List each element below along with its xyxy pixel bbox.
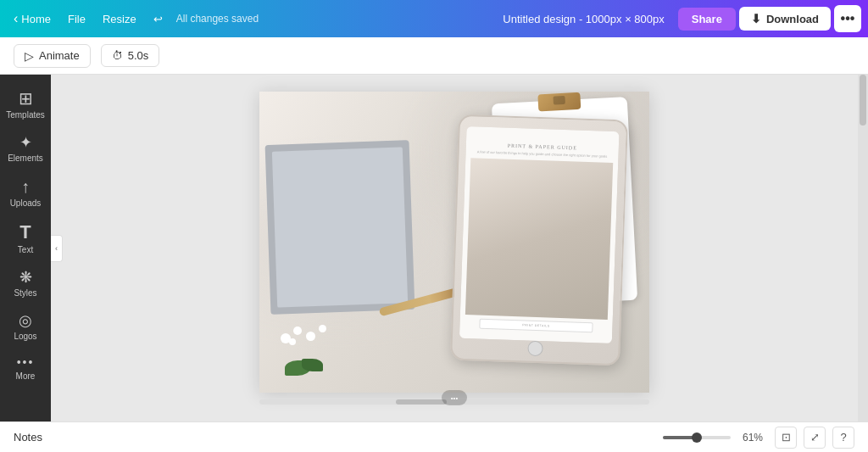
horizontal-scrollbar-thumb xyxy=(396,399,447,405)
fit-to-screen-button[interactable]: ⊡ xyxy=(775,427,797,449)
tablet-screen: PRINT & PAPER GUIDE A few of our favorit… xyxy=(459,126,620,343)
styles-label: Styles xyxy=(14,288,36,298)
tablet-content: PRINT & PAPER GUIDE A few of our favorit… xyxy=(459,126,620,343)
tablet-title: PRINT & PAPER GUIDE xyxy=(508,143,577,151)
sidebar-item-templates[interactable]: ⊞ Templates xyxy=(0,81,51,126)
chevron-left-icon: ‹ xyxy=(14,11,18,26)
header: ‹ Home File Resize ↩ All changes saved U… xyxy=(0,0,868,37)
sidebar-item-uploads[interactable]: ↑ Uploads xyxy=(0,170,51,215)
zoom-percentage: 61% xyxy=(737,432,768,444)
timer-button[interactable]: ⏱ 5.0s xyxy=(101,44,160,67)
help-button[interactable]: ? xyxy=(832,427,854,449)
fit-screen-icon: ⊡ xyxy=(782,431,791,444)
saved-status: All changes saved xyxy=(176,13,259,25)
flower2 xyxy=(293,326,302,335)
flower4 xyxy=(319,325,326,332)
text-label: Text xyxy=(18,245,33,254)
tablet-image-area xyxy=(465,158,613,320)
notebook-element xyxy=(265,140,415,315)
home-label: Home xyxy=(21,13,51,25)
more-options-button[interactable]: ••• xyxy=(834,5,861,32)
undo-button[interactable]: ↩ xyxy=(147,9,170,29)
more-label: More xyxy=(16,371,36,381)
sidebar-item-elements[interactable]: ✦ Elements xyxy=(0,126,51,170)
logos-icon: ◎ xyxy=(19,313,32,328)
back-home-button[interactable]: ‹ Home xyxy=(7,8,58,30)
sidebar-item-text[interactable]: T Text xyxy=(0,215,51,261)
tablet-device: PRINT & PAPER GUIDE A few of our favorit… xyxy=(450,114,628,366)
share-button[interactable]: Share xyxy=(678,8,736,31)
sidebar-item-styles[interactable]: ❋ Styles xyxy=(0,261,51,304)
uploads-icon: ↑ xyxy=(21,178,30,195)
more-icon: ••• xyxy=(841,11,855,26)
file-menu-button[interactable]: File xyxy=(61,9,92,29)
chevron-left-small-icon: ‹ xyxy=(55,244,58,253)
elements-icon: ✦ xyxy=(19,135,32,150)
collapse-sidebar-button[interactable]: ‹ xyxy=(51,235,63,262)
text-icon: T xyxy=(19,223,31,242)
undo-icon: ↩ xyxy=(153,13,163,25)
page-indicator: ••• xyxy=(442,390,467,405)
download-button[interactable]: ⬇ Download xyxy=(739,7,831,31)
resize-button[interactable]: Resize xyxy=(96,9,143,29)
sidebar-item-logos[interactable]: ◎ Logos xyxy=(0,304,51,348)
clipboard-clip-hole xyxy=(553,96,565,105)
resize-label: Resize xyxy=(103,13,136,25)
animate-label: Animate xyxy=(39,49,80,62)
main-area: ⊞ Templates ✦ Elements ↑ Uploads T Text … xyxy=(0,75,868,421)
fullscreen-button[interactable]: ⤢ xyxy=(804,427,826,449)
design-title: Untitled design - 1000px × 800px xyxy=(503,13,664,25)
uploads-label: Uploads xyxy=(10,198,42,208)
vertical-scrollbar-thumb xyxy=(860,75,866,126)
tablet-cta-button: PRINT DETAILS xyxy=(479,319,593,333)
animate-icon: ▷ xyxy=(25,49,34,63)
sidebar: ⊞ Templates ✦ Elements ↑ Uploads T Text … xyxy=(0,75,51,421)
sidebar-item-more[interactable]: ••• More xyxy=(0,348,51,388)
elements-label: Elements xyxy=(8,153,43,163)
logos-label: Logos xyxy=(14,332,36,341)
bottom-bar: Notes 61% ⊡ ⤢ ? xyxy=(0,421,868,452)
fullscreen-icon: ⤢ xyxy=(810,431,820,444)
timer-value: 5.0s xyxy=(128,49,149,62)
zoom-slider-thumb xyxy=(692,432,702,443)
animate-button[interactable]: ▷ Animate xyxy=(14,44,91,68)
download-icon: ⬇ xyxy=(751,12,761,25)
flowers-element xyxy=(276,325,344,376)
timer-icon: ⏱ xyxy=(112,49,123,62)
zoom-control: 61% xyxy=(663,432,768,444)
canvas-frame[interactable]: ⊡ ⊞ xyxy=(259,92,649,393)
zoom-slider[interactable] xyxy=(663,436,731,439)
tablet-btn-text: PRINT DETAILS xyxy=(522,323,549,327)
clipboard-clip xyxy=(537,92,581,112)
file-label: File xyxy=(68,13,86,25)
flower5 xyxy=(289,338,296,345)
styles-icon: ❋ xyxy=(19,270,32,285)
vertical-scrollbar[interactable] xyxy=(858,75,868,421)
leaf2 xyxy=(302,359,323,371)
more-icon: ••• xyxy=(17,356,35,368)
horizontal-scrollbar[interactable]: ••• xyxy=(259,399,649,405)
flower3 xyxy=(306,332,315,341)
tablet-home-button xyxy=(527,341,543,357)
help-icon: ? xyxy=(840,431,846,444)
canvas-area: ‹ ⊡ ⊞ xyxy=(51,75,858,421)
templates-icon: ⊞ xyxy=(19,90,33,107)
templates-label: Templates xyxy=(6,110,45,120)
notes-label: Notes xyxy=(14,431,42,444)
toolbar: ▷ Animate ⏱ 5.0s xyxy=(0,37,868,75)
